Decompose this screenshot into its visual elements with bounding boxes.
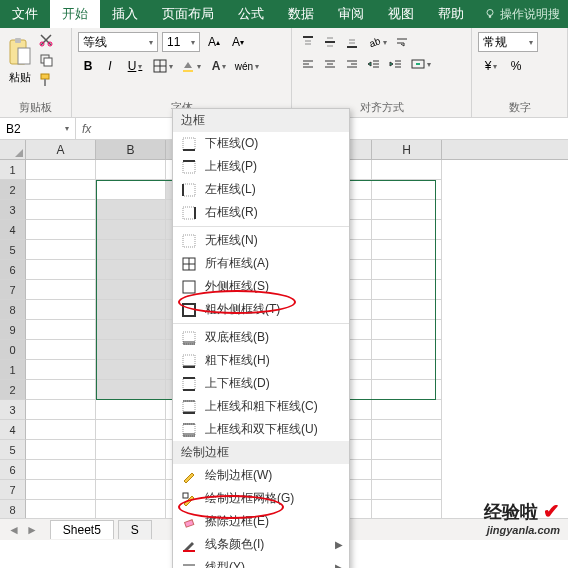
- cell[interactable]: [96, 320, 166, 340]
- row-header[interactable]: 9: [0, 320, 26, 340]
- name-box[interactable]: B2▾: [0, 118, 76, 139]
- cell[interactable]: [372, 440, 442, 460]
- menu-item-line-style[interactable]: 线型(Y)▶: [173, 556, 349, 568]
- align-left-icon[interactable]: [298, 54, 318, 74]
- cell[interactable]: [96, 240, 166, 260]
- tab-home[interactable]: 开始: [50, 0, 100, 28]
- align-bottom-icon[interactable]: [342, 32, 362, 52]
- row-header[interactable]: 4: [0, 420, 26, 440]
- cell[interactable]: [26, 320, 96, 340]
- col-B[interactable]: B: [96, 140, 166, 159]
- cell[interactable]: [96, 160, 166, 180]
- menu-item-all[interactable]: 所有框线(A): [173, 252, 349, 275]
- cell[interactable]: [372, 220, 442, 240]
- menu-item-double-bottom[interactable]: 双底框线(B): [173, 326, 349, 349]
- tab-view[interactable]: 视图: [376, 0, 426, 28]
- row-header[interactable]: 8: [0, 300, 26, 320]
- menu-item-thick-outside[interactable]: 粗外侧框线(T): [173, 298, 349, 321]
- row-header[interactable]: 7: [0, 280, 26, 300]
- cell[interactable]: [26, 400, 96, 420]
- menu-item-bottom[interactable]: 下框线(O): [173, 132, 349, 155]
- cell[interactable]: [372, 480, 442, 500]
- cell[interactable]: [96, 340, 166, 360]
- row-header[interactable]: 5: [0, 240, 26, 260]
- cell[interactable]: [96, 480, 166, 500]
- cell[interactable]: [26, 160, 96, 180]
- menu-item-left[interactable]: 左框线(L): [173, 178, 349, 201]
- menu-item-draw[interactable]: 绘制边框(W): [173, 464, 349, 487]
- decrease-font-icon[interactable]: A▾: [228, 32, 248, 52]
- cell[interactable]: [372, 240, 442, 260]
- tab-help[interactable]: 帮助: [426, 0, 476, 28]
- underline-button[interactable]: U▾: [122, 56, 148, 76]
- cell[interactable]: [26, 300, 96, 320]
- row-header[interactable]: 3: [0, 200, 26, 220]
- sheet-nav-next-icon[interactable]: ►: [26, 523, 38, 537]
- fx-icon[interactable]: fx: [82, 122, 91, 136]
- cell[interactable]: [96, 200, 166, 220]
- cell[interactable]: [372, 260, 442, 280]
- cell[interactable]: [372, 160, 442, 180]
- cut-icon[interactable]: [38, 32, 54, 48]
- col-A[interactable]: A: [26, 140, 96, 159]
- row-header[interactable]: 1: [0, 160, 26, 180]
- sheet-nav[interactable]: ◄ ►: [8, 523, 38, 537]
- row-header[interactable]: 6: [0, 260, 26, 280]
- align-top-icon[interactable]: [298, 32, 318, 52]
- cell[interactable]: [26, 200, 96, 220]
- row-header[interactable]: 2: [0, 380, 26, 400]
- menu-item-erase[interactable]: 擦除边框(E): [173, 510, 349, 533]
- row-header[interactable]: 4: [0, 220, 26, 240]
- currency-icon[interactable]: ¥▾: [478, 56, 504, 76]
- orientation-icon[interactable]: ab▾: [364, 32, 390, 52]
- decrease-indent-icon[interactable]: [364, 54, 384, 74]
- cell[interactable]: [372, 460, 442, 480]
- cell[interactable]: [26, 480, 96, 500]
- cell[interactable]: [372, 400, 442, 420]
- copy-icon[interactable]: [38, 52, 54, 68]
- menu-item-line-color[interactable]: 线条颜色(I)▶: [173, 533, 349, 556]
- menu-item-top-bottom[interactable]: 上下框线(D): [173, 372, 349, 395]
- cell[interactable]: [372, 180, 442, 200]
- fill-color-button[interactable]: ▾: [178, 56, 204, 76]
- menu-item-right[interactable]: 右框线(R): [173, 201, 349, 224]
- select-all-corner[interactable]: [0, 140, 26, 159]
- row-header[interactable]: 5: [0, 440, 26, 460]
- cell[interactable]: [96, 440, 166, 460]
- col-H[interactable]: H: [372, 140, 442, 159]
- align-middle-icon[interactable]: [320, 32, 340, 52]
- cell[interactable]: [96, 180, 166, 200]
- cell[interactable]: [26, 180, 96, 200]
- cell[interactable]: [372, 340, 442, 360]
- phonetic-button[interactable]: wén▾: [234, 56, 260, 76]
- cell[interactable]: [372, 300, 442, 320]
- menu-item-thick-bottom[interactable]: 粗下框线(H): [173, 349, 349, 372]
- tab-review[interactable]: 审阅: [326, 0, 376, 28]
- italic-button[interactable]: I: [100, 56, 120, 76]
- tell-me-search[interactable]: 操作说明搜: [476, 6, 568, 23]
- cell[interactable]: [96, 460, 166, 480]
- menu-item-outside[interactable]: 外侧框线(S): [173, 275, 349, 298]
- menu-item-none[interactable]: 无框线(N): [173, 229, 349, 252]
- sheet-tab-next[interactable]: S: [118, 520, 152, 539]
- row-header[interactable]: 1: [0, 360, 26, 380]
- cell[interactable]: [26, 460, 96, 480]
- cell[interactable]: [96, 220, 166, 240]
- tab-file[interactable]: 文件: [0, 0, 50, 28]
- font-size-combo[interactable]: 11▾: [162, 32, 200, 52]
- menu-item-draw-grid[interactable]: 绘制边框网格(G): [173, 487, 349, 510]
- number-format-combo[interactable]: 常规▾: [478, 32, 538, 52]
- increase-font-icon[interactable]: A▴: [204, 32, 224, 52]
- row-header[interactable]: 8: [0, 500, 26, 520]
- menu-item-top-double-bottom[interactable]: 上框线和双下框线(U): [173, 418, 349, 441]
- tab-formulas[interactable]: 公式: [226, 0, 276, 28]
- row-header[interactable]: 0: [0, 340, 26, 360]
- tab-data[interactable]: 数据: [276, 0, 326, 28]
- cell[interactable]: [372, 360, 442, 380]
- cell[interactable]: [26, 360, 96, 380]
- cell[interactable]: [96, 420, 166, 440]
- cell[interactable]: [26, 500, 96, 520]
- increase-indent-icon[interactable]: [386, 54, 406, 74]
- sheet-nav-prev-icon[interactable]: ◄: [8, 523, 20, 537]
- cell[interactable]: [26, 380, 96, 400]
